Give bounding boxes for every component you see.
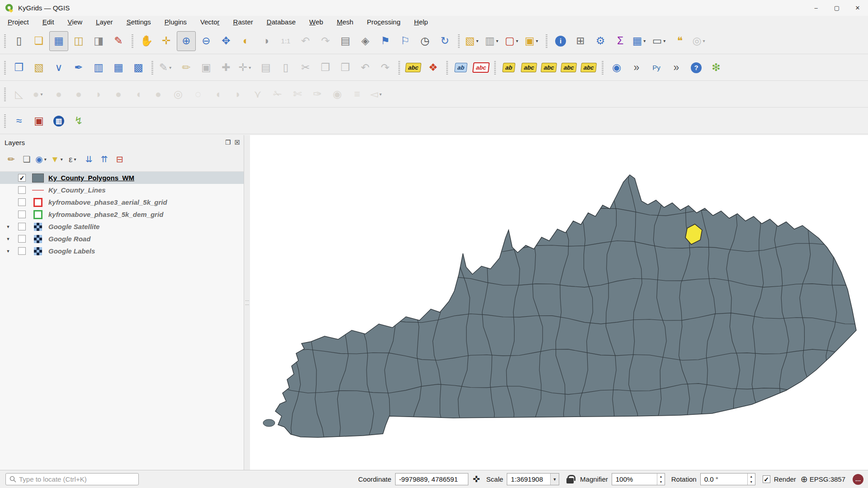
plugin-map-capture[interactable]: ▥ bbox=[49, 111, 68, 131]
add-feature[interactable]: ✚ bbox=[217, 58, 236, 78]
scale-lock-icon[interactable] bbox=[566, 478, 574, 483]
zoom-full-extent[interactable]: ✥ bbox=[217, 31, 236, 51]
layer-name[interactable]: Ky_County_Polygons_WM bbox=[48, 174, 134, 182]
layer-name[interactable]: kyfromabove_phase2_5k_dem_grid bbox=[48, 211, 163, 218]
menu-settings[interactable]: Settings bbox=[120, 16, 158, 28]
merge-features[interactable]: ✄ bbox=[288, 84, 307, 104]
coordinate-input[interactable] bbox=[396, 475, 468, 483]
menu-processing[interactable]: Processing bbox=[360, 16, 407, 28]
layer-visibility-checkbox[interactable] bbox=[18, 235, 26, 243]
new-temporary-scratch-layer[interactable]: ✒ bbox=[69, 58, 88, 78]
locator-input[interactable] bbox=[19, 475, 135, 483]
layer-item-kyfromabove-phase3-aerial-5k-grid[interactable]: ▼kyfromabove_phase3_aerial_5k_grid bbox=[0, 196, 244, 208]
magnifier-spinbox[interactable]: ▲▼ bbox=[612, 473, 665, 485]
label-change-properties[interactable]: abc bbox=[579, 58, 598, 78]
vertex-editor[interactable]: ◉ bbox=[328, 84, 347, 104]
measure-line[interactable]: ▭▾ bbox=[651, 31, 670, 51]
fill-ring[interactable]: ◖ bbox=[129, 84, 148, 104]
help-contents[interactable]: ? bbox=[687, 58, 706, 78]
filter-legend-by-expression[interactable]: ε▾ bbox=[67, 152, 80, 166]
label-move[interactable]: abc bbox=[539, 58, 558, 78]
rotation-spinbox[interactable]: ▲▼ bbox=[700, 473, 755, 485]
new-map-view[interactable]: ▤ bbox=[336, 31, 355, 51]
layer-item-ky-county-polygons-wm[interactable]: ▼✓Ky_County_Polygons_WM bbox=[0, 172, 244, 184]
show-spatial-bookmarks[interactable]: ⚐ bbox=[396, 31, 415, 51]
deselect-features[interactable]: ▢▾ bbox=[503, 31, 522, 51]
undo[interactable]: ↶ bbox=[356, 58, 375, 78]
new-spatial-bookmark[interactable]: ⚑ bbox=[376, 31, 395, 51]
new-mesh-layer[interactable]: ▥ bbox=[89, 58, 108, 78]
python-console[interactable]: Py bbox=[647, 58, 666, 78]
identify-features[interactable]: i bbox=[551, 31, 570, 51]
layer-name[interactable]: Google Labels bbox=[48, 247, 95, 255]
new-print-layout[interactable]: ◫ bbox=[69, 31, 88, 51]
new-raster-layer[interactable]: ▦ bbox=[109, 58, 128, 78]
split-parts[interactable]: ✁ bbox=[268, 84, 287, 104]
cut-features[interactable]: ✂ bbox=[296, 58, 315, 78]
layer-visibility-checkbox[interactable]: ✓ bbox=[18, 174, 26, 182]
layer-item-google-labels[interactable]: ▼Google Labels bbox=[0, 245, 244, 257]
zoom-out[interactable]: ⊖ bbox=[197, 31, 216, 51]
show-layout-manager[interactable]: ◨ bbox=[89, 31, 108, 51]
rotation-spin-arrows[interactable]: ▲▼ bbox=[747, 474, 755, 485]
layer-expander-icon[interactable]: ▼ bbox=[4, 249, 13, 253]
map-tips[interactable]: ❝ bbox=[670, 31, 689, 51]
open-project[interactable]: ❏ bbox=[29, 31, 48, 51]
split-features[interactable]: ⋎ bbox=[248, 84, 267, 104]
menu-vector[interactable]: Vector bbox=[193, 16, 226, 28]
label-rotate[interactable]: abc bbox=[559, 58, 578, 78]
layer-item-google-satellite[interactable]: ▼Google Satellite bbox=[0, 221, 244, 233]
manage-map-themes[interactable]: ◉▾ bbox=[35, 152, 49, 166]
magnifier-input[interactable] bbox=[612, 475, 657, 483]
menu-project[interactable]: Project bbox=[1, 16, 36, 28]
layer-name[interactable]: Ky_County_Lines bbox=[48, 186, 106, 194]
new-project[interactable]: ▯ bbox=[9, 31, 28, 51]
scale-dropdown-arrow[interactable]: ▼ bbox=[550, 474, 559, 485]
trim-extend[interactable]: ≡ bbox=[348, 84, 367, 104]
close-button[interactable]: ✕ bbox=[847, 0, 868, 16]
locator-box[interactable] bbox=[5, 473, 139, 485]
select-features[interactable]: ▧▾ bbox=[463, 31, 482, 51]
collapse-all[interactable]: ⇈ bbox=[98, 152, 111, 166]
simplify-feature[interactable]: ◗ bbox=[89, 84, 108, 104]
delete-ring[interactable]: ◎ bbox=[169, 84, 188, 104]
menu-layer[interactable]: Layer bbox=[89, 16, 120, 28]
layer-name[interactable]: Google Road bbox=[48, 235, 90, 243]
pan-map[interactable]: ✋ bbox=[137, 31, 156, 51]
toolbar-overflow-left[interactable]: » bbox=[627, 58, 646, 78]
new-virtual-layer[interactable]: ▩ bbox=[129, 58, 148, 78]
layer-name[interactable]: Google Satellite bbox=[48, 223, 99, 230]
menu-mesh[interactable]: Mesh bbox=[330, 16, 360, 28]
rotation-input[interactable] bbox=[701, 475, 747, 483]
zoom-next[interactable]: ↷ bbox=[316, 31, 335, 51]
offset-curve[interactable]: ◗ bbox=[228, 84, 247, 104]
layer-visibility-checkbox[interactable] bbox=[18, 223, 26, 230]
magnifier-spin-arrows[interactable]: ▲▼ bbox=[657, 474, 665, 485]
crs-status[interactable]: EPSG:3857 bbox=[810, 475, 845, 483]
layer-visibility-checkbox[interactable] bbox=[18, 247, 26, 255]
modify-attributes[interactable]: ▤ bbox=[256, 58, 275, 78]
save-project[interactable]: ▦ bbox=[49, 31, 68, 51]
paste-features[interactable]: ❒ bbox=[336, 58, 355, 78]
vertex-tool[interactable]: ✛▾ bbox=[236, 58, 255, 78]
delete-part[interactable]: ◌ bbox=[189, 84, 208, 104]
processing-toolbox[interactable]: ⚙ bbox=[591, 31, 610, 51]
panel-splitter[interactable]: ⋮⋮ bbox=[244, 135, 250, 470]
log-messages-button[interactable]: … bbox=[853, 474, 863, 485]
delete-selected[interactable]: ▯ bbox=[276, 58, 295, 78]
label-show-hide[interactable]: abc bbox=[519, 58, 538, 78]
crs-globe-icon[interactable]: ⊕ bbox=[801, 474, 808, 484]
label-highlight-pinned[interactable]: ab bbox=[452, 58, 471, 78]
rotate-feature[interactable]: ● bbox=[69, 84, 88, 104]
add-group[interactable]: ❏ bbox=[20, 152, 33, 166]
show-statistical-summary[interactable]: Σ bbox=[611, 31, 630, 51]
zoom-to-layer[interactable]: ◐ bbox=[236, 31, 255, 51]
map-canvas[interactable] bbox=[250, 135, 868, 470]
panel-close-button[interactable]: ☒ bbox=[234, 139, 240, 146]
layer-visibility-checkbox[interactable] bbox=[18, 186, 26, 194]
merge-feature-attributes[interactable]: ✑ bbox=[308, 84, 327, 104]
pan-to-selection[interactable]: ✛ bbox=[157, 31, 176, 51]
layer-item-ky-county-lines[interactable]: ▼Ky_County_Lines bbox=[0, 184, 244, 196]
copy-move-feature[interactable]: ● bbox=[49, 84, 68, 104]
layer-labeling-options[interactable]: abc bbox=[404, 58, 423, 78]
